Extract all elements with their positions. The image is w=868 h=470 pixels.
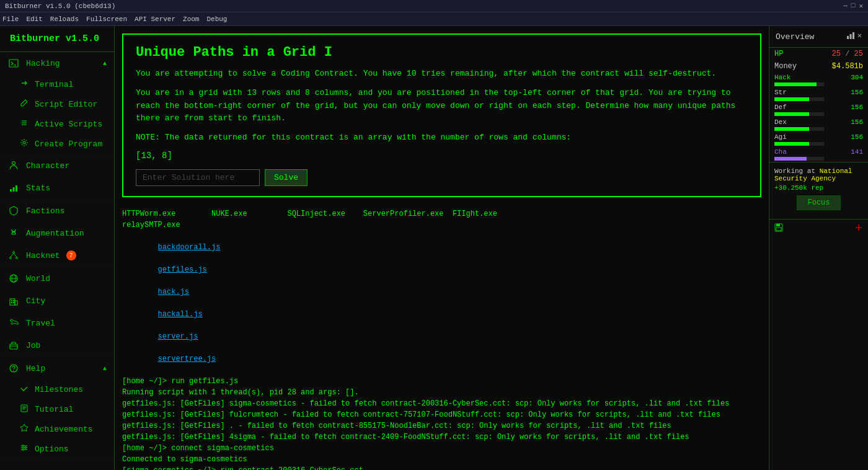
sidebar-item-stats[interactable]: Stats	[0, 177, 114, 199]
sidebar-item-achievements[interactable]: Achievements	[0, 419, 114, 439]
money-label: Money	[774, 62, 797, 71]
hacknet-label: Hacknet	[26, 251, 60, 260]
script-editor-label: Script Editor	[35, 100, 97, 109]
money-row: Money $4.581b	[769, 60, 868, 73]
link-servertree[interactable]: servertree.js	[158, 355, 216, 363]
factions-section: Factions Augmentation	[0, 200, 114, 267]
milestones-label: Milestones	[35, 385, 83, 394]
hp-separator: /	[845, 50, 854, 58]
save-icon[interactable]	[774, 223, 783, 234]
sidebar-item-augmentation[interactable]: Augmentation	[0, 222, 114, 244]
contract-title: Unique Paths in a Grid I	[136, 45, 748, 60]
sidebar-item-active-scripts[interactable]: Active Scripts	[0, 114, 114, 134]
sidebar-item-tutorial[interactable]: Tutorial	[0, 399, 114, 419]
help-chevron: ▲	[103, 365, 107, 372]
solve-button[interactable]: Solve	[265, 169, 308, 186]
overview-icons: ✕	[846, 31, 862, 42]
svg-rect-40	[847, 36, 849, 39]
agi-value: 156	[846, 133, 863, 141]
menu-file[interactable]: File	[2, 16, 19, 23]
def-bar-fill	[774, 112, 809, 116]
sidebar-item-script-editor[interactable]: Script Editor	[0, 94, 114, 114]
chart-icon	[7, 182, 20, 194]
sidebar-item-factions[interactable]: Factions	[0, 200, 114, 222]
sidebar-item-terminal[interactable]: Terminal	[0, 74, 114, 94]
svg-line-15	[11, 254, 14, 257]
sidebar-item-hacking[interactable]: Hacking ▲	[0, 52, 114, 74]
sidebar-item-job[interactable]: Job	[0, 334, 114, 357]
dex-stat-row: Dex 156	[769, 117, 868, 132]
tutorial-label: Tutorial	[35, 405, 73, 414]
menu-reloads[interactable]: Reloads	[50, 16, 79, 23]
menu-bar: File Edit Reloads Fullscreen API Server …	[0, 12, 868, 26]
sidebar-item-travel[interactable]: Travel	[0, 312, 114, 334]
close-btn[interactable]: ✕	[859, 2, 863, 10]
maximize-btn[interactable]: □	[851, 2, 856, 10]
hacking-section: Hacking ▲ Terminal Script Editor	[0, 52, 114, 154]
terminal-output[interactable]: HTTPWorm.exe NUKE.exe SQLInject.exe Serv…	[115, 205, 769, 470]
list-icon	[20, 118, 29, 130]
hp-current: 25	[832, 50, 841, 58]
hp-label: HP	[774, 50, 783, 58]
sidebar-item-options[interactable]: Options	[0, 439, 114, 459]
hacking-chevron: ▲	[103, 60, 107, 67]
terminal-label: Terminal	[35, 80, 73, 89]
minimize-btn[interactable]: —	[843, 2, 848, 10]
str-bar-fill	[774, 97, 809, 101]
job-label: Job	[26, 341, 40, 350]
contract-note: NOTE: The data returned for this contrac…	[136, 131, 748, 144]
active-scripts-label: Active Scripts	[35, 120, 102, 129]
sidebar-item-city[interactable]: City	[0, 290, 114, 312]
svg-point-5	[23, 141, 25, 144]
dex-bar-bg	[774, 127, 824, 131]
achievements-label: Achievements	[35, 425, 93, 434]
shield-icon	[7, 205, 20, 217]
svg-rect-8	[13, 187, 15, 192]
gear-icon	[20, 138, 29, 149]
contract-data: [13, 8]	[136, 151, 748, 161]
book-icon	[20, 404, 29, 415]
agi-bar-bg	[774, 142, 824, 146]
link-hack[interactable]: hack.js	[158, 288, 189, 296]
augmentation-label: Augmentation	[26, 229, 84, 238]
link-hackall[interactable]: hackall.js	[158, 310, 203, 319]
menu-debug[interactable]: Debug	[206, 16, 227, 23]
terminal-line: relaySMTP.exe	[122, 219, 761, 231]
menu-api-server[interactable]: API Server	[135, 16, 175, 23]
settings-icon[interactable]	[854, 223, 863, 234]
terminal-line: getfiles.js: [GetFiles] 4sigma - failed …	[122, 432, 761, 443]
overview-chart-icon[interactable]	[846, 31, 855, 42]
svg-point-39	[22, 449, 24, 451]
sidebar-item-hacknet[interactable]: Hacknet 7	[0, 244, 114, 267]
def-stat-row: Def 156	[769, 102, 868, 117]
sidebar-item-create-program[interactable]: Create Program	[0, 134, 114, 154]
focus-button[interactable]: Focus	[797, 195, 840, 210]
sidebar-item-character[interactable]: Character	[0, 154, 114, 177]
hp-max: 25	[854, 50, 863, 58]
svg-rect-23	[13, 300, 14, 301]
svg-rect-9	[16, 185, 17, 192]
person-icon	[7, 159, 20, 172]
title-bar-controls: — □ ✕	[843, 2, 863, 10]
menu-fullscreen[interactable]: Fullscreen	[86, 16, 127, 23]
sidebar-item-milestones[interactable]: Milestones	[0, 379, 114, 399]
menu-edit[interactable]: Edit	[26, 16, 42, 23]
hack-bar-fill	[774, 82, 817, 86]
menu-zoom[interactable]: Zoom	[183, 16, 199, 23]
contract-solution-input[interactable]	[136, 169, 260, 186]
help-label: Help	[26, 364, 97, 373]
arrow-right-icon	[20, 79, 29, 90]
character-label: Character	[26, 161, 69, 171]
money-value: $4.581b	[832, 62, 863, 71]
sidebar-item-world[interactable]: World	[0, 267, 114, 290]
plane-icon	[7, 317, 20, 329]
overview-close-icon[interactable]: ✕	[857, 31, 862, 42]
options-label: Options	[35, 445, 69, 454]
terminal-line: Connected to sigma-cosmetics	[122, 454, 761, 465]
svg-point-13	[10, 257, 12, 259]
link-getfiles[interactable]: getfiles.js	[158, 265, 207, 274]
link-server[interactable]: server.js	[158, 332, 198, 341]
link-backdoorall[interactable]: backdoorall.js	[158, 243, 221, 252]
str-label: Str	[774, 89, 787, 96]
sidebar-item-help[interactable]: Help ▲	[0, 357, 114, 379]
